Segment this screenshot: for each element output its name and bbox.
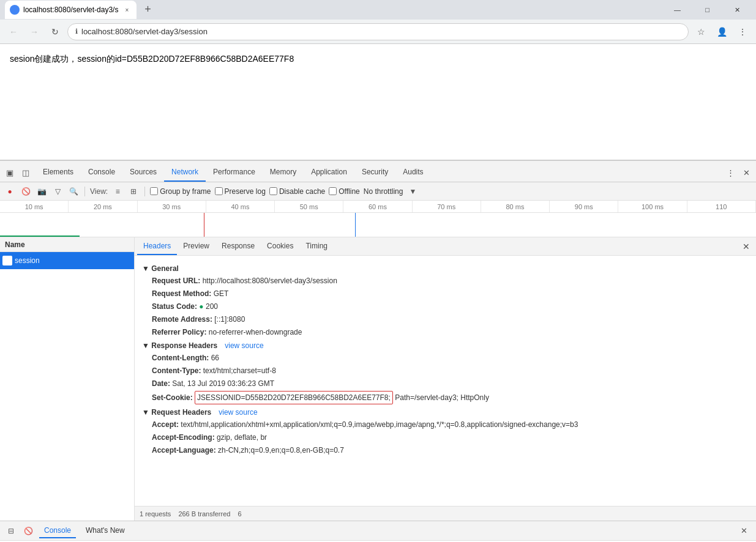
close-button[interactable]: ✕ bbox=[724, 0, 751, 20]
window-controls: ― □ ✕ bbox=[664, 0, 751, 20]
accept-encoding-label: Accept-Encoding: bbox=[152, 433, 215, 442]
tab-preview[interactable]: Preview bbox=[177, 238, 215, 255]
tab-memory[interactable]: Memory bbox=[263, 163, 304, 182]
request-item-session[interactable]: session bbox=[0, 252, 134, 269]
view-source-link-2[interactable]: view source bbox=[219, 408, 257, 417]
referrer-policy-value: no-referrer-when-downgrade bbox=[209, 328, 302, 336]
device-toolbar-icon[interactable]: ◫ bbox=[18, 165, 33, 180]
network-statusbar: 1 requests 266 B transferred 6 bbox=[135, 506, 756, 521]
tab-timing[interactable]: Timing bbox=[299, 238, 334, 255]
timeline-label-60ms: 60 ms bbox=[343, 201, 412, 212]
tab-application[interactable]: Application bbox=[304, 163, 354, 182]
throttling-dropdown-icon[interactable]: ▼ bbox=[406, 185, 419, 198]
detail-close-button[interactable]: ✕ bbox=[739, 239, 754, 254]
transferred-size: 266 B transferred bbox=[178, 510, 230, 518]
menu-button[interactable]: ⋮ bbox=[734, 23, 751, 40]
timeline-label-10ms: 10 ms bbox=[0, 201, 69, 212]
disable-cache-checkbox[interactable]: Disable cache bbox=[269, 187, 325, 196]
timeline-red-line bbox=[204, 213, 204, 237]
timeline-label-110ms: 110 bbox=[687, 201, 756, 212]
close-console-button[interactable]: ✕ bbox=[736, 524, 751, 538]
detail-tabs: Headers Preview Response Cookies Timing … bbox=[135, 237, 756, 256]
detail-content: ▼ General Request URL: http://localhost:… bbox=[135, 256, 756, 506]
accept-row: Accept: text/html,application/xhtml+xml,… bbox=[152, 419, 749, 430]
profile-button[interactable]: 👤 bbox=[713, 23, 730, 40]
view-list-icon[interactable]: ≡ bbox=[111, 185, 124, 198]
preserve-log-input[interactable] bbox=[215, 187, 223, 195]
minimize-button[interactable]: ― bbox=[664, 0, 691, 20]
timeline-label-30ms: 30 ms bbox=[138, 201, 206, 212]
devtools-tabs: ▣ ◫ Elements Console Sources Network Per… bbox=[0, 161, 756, 182]
camera-button[interactable]: 📷 bbox=[36, 185, 48, 198]
search-button[interactable]: 🔍 bbox=[67, 185, 80, 198]
tab-headers[interactable]: Headers bbox=[137, 238, 177, 255]
browser-tab[interactable]: localhost:8080/servlet-day3/s × bbox=[5, 1, 137, 19]
response-headers-section-title: ▼ Response Headers view source bbox=[142, 341, 749, 350]
timeline-area bbox=[0, 213, 756, 237]
whats-new-tab[interactable]: What's New bbox=[81, 524, 130, 538]
forward-button[interactable]: → bbox=[26, 23, 43, 40]
filter-button[interactable]: ▽ bbox=[51, 185, 64, 198]
reload-button[interactable]: ↻ bbox=[47, 23, 64, 40]
timeline-load-bar bbox=[0, 236, 80, 237]
tab-network[interactable]: Network bbox=[164, 163, 206, 182]
content-type-row: Content-Type: text/html;charset=utf-8 bbox=[152, 365, 749, 376]
group-by-frame-input[interactable] bbox=[150, 187, 158, 195]
close-devtools-icon[interactable]: ✕ bbox=[739, 165, 754, 180]
timeline-labels: 10 ms 20 ms 30 ms 40 ms 50 ms 60 ms 70 m… bbox=[0, 201, 756, 213]
timeline-label-80ms: 80 ms bbox=[481, 201, 550, 212]
url-bar[interactable]: ℹ localhost:8080/servlet-day3/session bbox=[67, 23, 689, 40]
accept-value: text/html,application/xhtml+xml,applicat… bbox=[181, 420, 578, 429]
content-length-label: Content-Length: bbox=[152, 354, 209, 362]
tab-response[interactable]: Response bbox=[215, 238, 261, 255]
request-name: session bbox=[15, 256, 40, 265]
tab-console[interactable]: Console bbox=[81, 163, 122, 182]
view-grid-icon[interactable]: ⊞ bbox=[127, 185, 140, 198]
offline-input[interactable] bbox=[329, 187, 337, 195]
set-cookie-rest: Path=/servlet-day3; HttpOnly bbox=[395, 393, 489, 402]
devtools-left-icons: ▣ ◫ bbox=[2, 163, 33, 182]
new-tab-button[interactable]: + bbox=[139, 1, 156, 18]
tab-performance[interactable]: Performance bbox=[206, 163, 263, 182]
content-length-row: Content-Length: 66 bbox=[152, 352, 749, 363]
preserve-log-checkbox[interactable]: Preserve log bbox=[215, 187, 266, 196]
tab-audits[interactable]: Audits bbox=[395, 163, 430, 182]
tab-close-button[interactable]: × bbox=[122, 5, 132, 15]
more-tools-icon[interactable]: ⋮ bbox=[723, 165, 738, 180]
inspect-element-icon[interactable]: ▣ bbox=[2, 165, 17, 180]
tab-security[interactable]: Security bbox=[354, 163, 395, 182]
back-button[interactable]: ← bbox=[5, 23, 22, 40]
console-tab[interactable]: Console bbox=[39, 524, 76, 538]
console-sidebar-icon[interactable]: ⊟ bbox=[5, 525, 17, 537]
tab-title: localhost:8080/servlet-day3/s bbox=[23, 6, 118, 14]
clear-button[interactable]: 🚫 bbox=[20, 185, 32, 198]
accept-language-value: zh-CN,zh;q=0.9,en;q=0.8,en-GB;q=0.7 bbox=[218, 446, 344, 455]
tab-elements[interactable]: Elements bbox=[36, 163, 81, 182]
tab-sources[interactable]: Sources bbox=[122, 163, 164, 182]
request-url-row: Request URL: http://localhost:8080/servl… bbox=[152, 275, 749, 286]
content-length-value: 66 bbox=[211, 354, 219, 362]
console-block-icon[interactable]: 🚫 bbox=[22, 525, 34, 537]
status-dot-icon: ● bbox=[199, 302, 206, 311]
accept-language-row: Accept-Language: zh-CN,zh;q=0.9,en;q=0.8… bbox=[152, 445, 749, 456]
remote-address-value: [::1]:8080 bbox=[214, 315, 245, 324]
timeline-label-50ms: 50 ms bbox=[275, 201, 343, 212]
devtools-right-icons: ⋮ ✕ bbox=[723, 163, 754, 182]
record-button[interactable]: ● bbox=[4, 185, 16, 198]
general-section-title: ▼ General bbox=[142, 264, 749, 273]
request-url-value: http://localhost:8080/servlet-day3/sessi… bbox=[203, 277, 337, 285]
maximize-button[interactable]: □ bbox=[694, 0, 721, 20]
request-method-label: Request Method: bbox=[152, 289, 211, 298]
offline-checkbox[interactable]: Offline bbox=[329, 187, 359, 196]
group-by-frame-checkbox[interactable]: Group by frame bbox=[150, 187, 211, 196]
disable-cache-input[interactable] bbox=[269, 187, 277, 195]
request-list: Name session bbox=[0, 237, 135, 521]
bookmark-button[interactable]: ☆ bbox=[692, 23, 709, 40]
page-text: sesion创建成功，session的id=D55B2D20D72EF8B966… bbox=[10, 54, 294, 64]
devtools-panel: ▣ ◫ Elements Console Sources Network Per… bbox=[0, 160, 756, 521]
toolbar-separator-1 bbox=[84, 187, 85, 196]
url-text: localhost:8080/servlet-day3/session bbox=[81, 27, 681, 36]
tab-cookies[interactable]: Cookies bbox=[261, 238, 299, 255]
request-type-icon bbox=[2, 256, 12, 265]
view-source-link-1[interactable]: view source bbox=[225, 341, 263, 350]
